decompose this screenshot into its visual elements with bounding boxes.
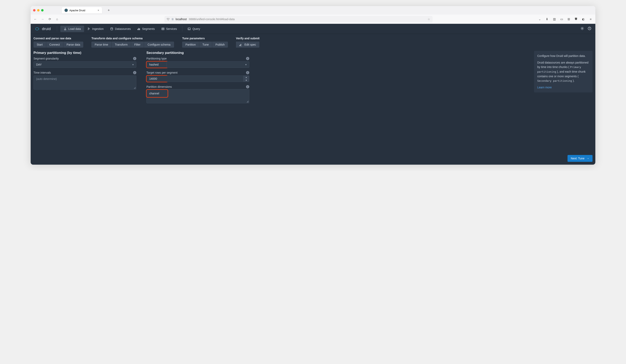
partitioning-type-select-ext[interactable]: ▾	[167, 61, 249, 68]
library-icon[interactable]: ▥	[552, 17, 556, 21]
app-header: druid Load data Ingestion Datasources	[31, 24, 595, 34]
gantt-icon	[87, 27, 91, 31]
info-icon[interactable]: i	[246, 57, 249, 60]
arrow-right-icon: →	[587, 157, 589, 160]
info-icon[interactable]: i	[133, 57, 136, 60]
druid-logo[interactable]: druid	[35, 27, 51, 31]
nav-services[interactable]: Services	[158, 26, 180, 32]
bookmark-icon[interactable]: ☆	[428, 18, 430, 21]
stepgroup-connect-title: Connect and parse raw data	[34, 37, 83, 40]
druid-logo-icon	[35, 27, 40, 31]
new-tab-button[interactable]: +	[106, 8, 111, 13]
divider	[182, 26, 182, 32]
select-value: DAY	[36, 63, 42, 66]
pocket-icon[interactable]: ⌄	[538, 17, 542, 21]
svg-rect-6	[138, 29, 138, 30]
downloads-icon[interactable]: ⬇	[545, 17, 549, 21]
tab-title: Apache Druid	[69, 9, 85, 12]
close-window-icon[interactable]	[33, 9, 36, 11]
target-rows-input-ext[interactable]	[167, 76, 243, 82]
nav-ingestion[interactable]: Ingestion	[84, 26, 107, 32]
stepper-down-button[interactable]: ▼	[243, 79, 249, 82]
nav-segments[interactable]: Segments	[134, 26, 158, 32]
terminal-icon	[188, 27, 191, 31]
next-button-label: Next: Tune	[571, 157, 585, 160]
back-icon[interactable]: ←	[34, 17, 37, 21]
minimize-window-icon[interactable]	[37, 9, 39, 11]
svg-rect-10	[162, 29, 164, 30]
nav-datasources[interactable]: Datasources	[107, 26, 134, 32]
browser-tab[interactable]: Apache Druid ×	[62, 7, 102, 13]
info-icon[interactable]: i	[246, 85, 249, 88]
shield-icon[interactable]: 🛡	[167, 18, 170, 21]
nav-label: Query	[193, 27, 200, 31]
chevron-down-icon: ▾	[245, 63, 247, 66]
help-text-2: Druid datasources are always partitioned…	[537, 60, 589, 83]
home-icon[interactable]: ⌂	[55, 17, 59, 21]
learn-more-link[interactable]: Learn more	[537, 86, 552, 89]
stepper-up-button[interactable]: ▲	[243, 76, 249, 79]
time-intervals-textarea[interactable]: (auto determine)	[34, 76, 136, 90]
page-info-icon[interactable]: 🗎	[171, 18, 174, 21]
ublock-icon[interactable]: ⛊	[574, 17, 578, 21]
segment-granularity-select[interactable]: DAY ▾	[34, 61, 136, 68]
step-filter[interactable]: Filter	[131, 41, 144, 48]
stepgroup-transform-title: Transform data and configure schema	[91, 37, 174, 40]
step-partition[interactable]: Partition	[182, 41, 199, 48]
database-icon	[110, 27, 113, 31]
step-publish[interactable]: Publish	[212, 41, 228, 48]
textarea-value: channel	[149, 92, 159, 95]
help-card: Configure how Druid will partition data.…	[534, 51, 592, 92]
server-icon	[161, 27, 164, 31]
tab-favicon-icon	[65, 9, 68, 12]
highlight-box: channel	[146, 90, 168, 97]
step-parse-time[interactable]: Parse time	[91, 41, 111, 48]
nav-load-data[interactable]: Load data	[60, 26, 84, 32]
info-icon[interactable]: i	[133, 71, 136, 74]
step-start[interactable]: Start	[34, 41, 46, 48]
highlight-box: hashed	[146, 61, 168, 68]
nav-label: Load data	[68, 27, 81, 31]
svg-text:?: ?	[589, 27, 590, 30]
step-tune[interactable]: Tune	[199, 41, 212, 48]
partitioning-type-label: Partitioning type	[146, 57, 167, 60]
maximize-window-icon[interactable]	[41, 9, 43, 11]
target-rows-input[interactable]: 14000	[147, 76, 167, 81]
partitioning-type-select[interactable]: hashed	[147, 62, 167, 67]
svg-point-5	[111, 28, 113, 29]
browser-toolbar: ← → ⟳ ⌂ 🛡 🗎 localhost:8888/unified-conso…	[31, 14, 595, 24]
reader-icon[interactable]: ▭	[560, 17, 563, 21]
info-icon[interactable]: i	[246, 71, 249, 74]
next-button[interactable]: Next: Tune →	[568, 155, 592, 162]
time-intervals-label: Time intervals	[34, 71, 51, 74]
partition-dimensions-textarea[interactable]: channel	[147, 90, 167, 97]
secondary-partitioning-title: Secondary partitioning	[146, 51, 249, 55]
account-icon[interactable]: ◐	[582, 17, 585, 21]
stepgroup-tune-title: Tune parameters	[182, 37, 228, 40]
window-controls	[33, 9, 43, 11]
upload-icon	[64, 27, 67, 31]
url-bar[interactable]: 🛡 🗎 localhost:8888/unified-console.html#…	[164, 16, 433, 22]
url-host: localhost	[176, 18, 187, 21]
select-value: hashed	[149, 63, 158, 66]
reload-icon[interactable]: ⟳	[48, 17, 52, 21]
primary-partitioning-title: Primary partitioning (by time)	[34, 51, 136, 55]
settings-icon[interactable]	[581, 27, 584, 31]
step-transform[interactable]: Transform	[111, 41, 131, 48]
nav-query[interactable]: Query	[184, 26, 203, 32]
time-intervals-placeholder: (auto determine)	[36, 77, 57, 81]
grid-icon[interactable]: ⊞	[567, 17, 571, 21]
step-parse-data[interactable]: Parse data	[63, 41, 83, 48]
tab-close-icon[interactable]: ×	[98, 9, 99, 12]
browser-tabbar: Apache Druid × +	[31, 6, 595, 14]
druid-logo-text: druid	[42, 27, 51, 31]
target-rows-label: Target rows per segment	[146, 71, 177, 74]
help-icon[interactable]: ?	[588, 27, 591, 31]
step-edit-spec[interactable]: Edit spec	[236, 41, 259, 48]
workflow-stepbar: Connect and parse raw data Start Connect…	[31, 34, 595, 50]
step-connect[interactable]: Connect	[46, 41, 63, 48]
stacked-chart-icon	[137, 27, 140, 31]
input-value: 14000	[149, 77, 157, 80]
step-configure-schema[interactable]: Configure schema	[144, 41, 174, 48]
menu-icon[interactable]: ≡	[589, 17, 592, 21]
